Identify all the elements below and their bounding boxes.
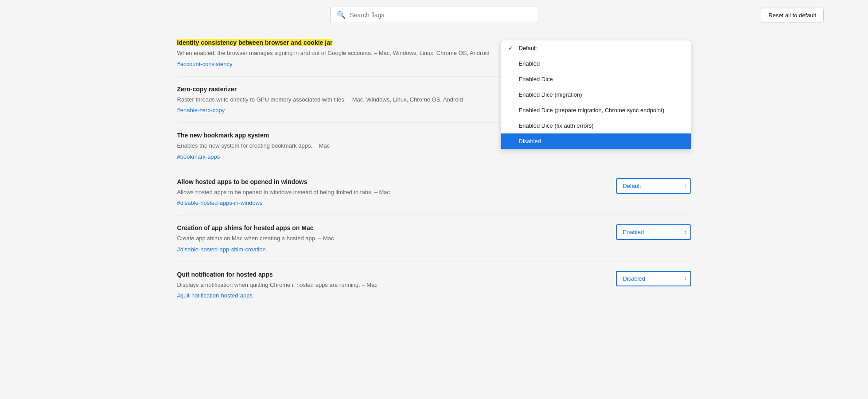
dropdown-menu: ✓ Default Enabled Enabled Dice Enabled D…: [501, 40, 691, 149]
check-icon: ✓: [508, 45, 515, 51]
dropdown-item-default[interactable]: ✓ Default: [501, 40, 691, 56]
flag-title: Allow hosted apps to be opened in window…: [177, 178, 603, 185]
flag-info: Identity consistency between browser and…: [177, 39, 492, 67]
flag-link[interactable]: #account-consistency: [177, 61, 233, 67]
flag-control: Default Enabled Disabled ↕: [611, 224, 691, 240]
flag-select-app-shims[interactable]: Default Enabled Disabled: [616, 224, 691, 240]
flags-content: Identity consistency between browser and…: [168, 30, 700, 308]
flag-title: Identity consistency between browser and…: [177, 39, 492, 46]
flag-link[interactable]: #bookmark-apps: [177, 153, 220, 160]
flag-description: Allows hosted apps to be opened in windo…: [177, 188, 603, 197]
dropdown-label: Enabled Dice (fix auth errors): [519, 122, 594, 129]
flag-description: When enabled, the browser manages signin…: [177, 49, 492, 58]
search-icon: 🔍: [337, 11, 346, 19]
select-wrapper: Default Enabled Disabled ↕: [616, 271, 691, 286]
flag-info: Allow hosted apps to be opened in window…: [177, 178, 603, 207]
flag-link[interactable]: #disable-hosted-apps-in-windows: [177, 200, 263, 206]
flag-select-hosted-apps-windows[interactable]: Default Enabled Disabled: [616, 178, 691, 194]
flag-item-identity-consistency: Identity consistency between browser and…: [177, 30, 691, 77]
flag-title: Quit notification for hosted apps: [177, 271, 603, 278]
flag-link[interactable]: #quit-notification-hosted-apps: [177, 292, 253, 299]
select-wrapper: Default Enabled Disabled ↕: [616, 224, 691, 240]
dropdown-item-enabled-dice-fix-auth[interactable]: Enabled Dice (fix auth errors): [501, 118, 691, 133]
dropdown-item-enabled-dice-prepare-migration[interactable]: Enabled Dice (prepare migration, Chrome …: [501, 102, 691, 118]
flag-info: Creation of app shims for hosted apps on…: [177, 224, 603, 253]
dropdown-label: Default: [519, 45, 537, 51]
flag-description: Create app shims on Mac when creating a …: [177, 234, 603, 243]
flag-item-app-shims: Creation of app shims for hosted apps on…: [177, 215, 691, 262]
flag-link[interactable]: #enable-zero-copy: [177, 107, 225, 113]
flag-info: Quit notification for hosted apps Displa…: [177, 271, 603, 299]
reset-all-button[interactable]: Reset all to default: [761, 8, 824, 22]
flag-select-quit-notification[interactable]: Default Enabled Disabled: [616, 271, 691, 286]
flag-description: Displays a notification when quitting Ch…: [177, 281, 603, 289]
dropdown-label: Enabled Dice: [519, 76, 553, 82]
dropdown-item-enabled-dice[interactable]: Enabled Dice: [501, 71, 691, 87]
search-container: 🔍: [330, 7, 538, 23]
select-wrapper: Default Enabled Disabled ↕: [616, 178, 691, 194]
flag-item-hosted-apps-windows: Allow hosted apps to be opened in window…: [177, 169, 691, 216]
dropdown-item-enabled-dice-migration[interactable]: Enabled Dice (migration): [501, 87, 691, 102]
dropdown-item-disabled[interactable]: Disabled: [501, 133, 691, 149]
search-input[interactable]: [350, 12, 532, 19]
flag-item-quit-notification: Quit notification for hosted apps Displa…: [177, 262, 691, 309]
flag-title: Creation of app shims for hosted apps on…: [177, 224, 603, 231]
page-header: 🔍 Reset all to default: [0, 0, 868, 30]
dropdown-label: Enabled Dice (migration): [519, 91, 582, 98]
flag-control: Default Enabled Disabled ↕: [611, 271, 691, 286]
dropdown-item-enabled[interactable]: Enabled: [501, 56, 691, 71]
dropdown-label: Enabled Dice (prepare migration, Chrome …: [519, 107, 665, 113]
dropdown-label: Enabled: [519, 60, 540, 67]
flag-link[interactable]: #disable-hosted-app-shim-creation: [177, 246, 266, 253]
flag-title-text: Identity consistency between browser and…: [177, 39, 333, 46]
flag-control: Default Enabled Disabled ↕: [611, 178, 691, 194]
dropdown-label: Disabled: [519, 138, 541, 145]
